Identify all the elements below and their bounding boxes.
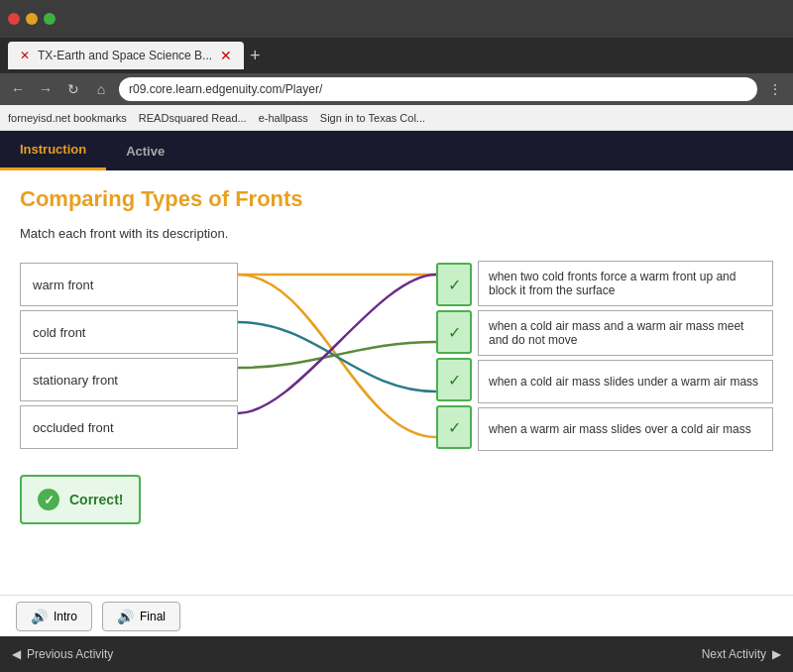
- tab-active[interactable]: Active: [106, 131, 184, 170]
- tab-bar: ✕ TX-Earth and Space Science B... ✕ +: [0, 38, 793, 73]
- address-bar: ← → ↻ ⌂ r09.core.learn.edgenuity.com/Pla…: [0, 73, 793, 105]
- bookmark-1[interactable]: forneyisd.net bookmarks: [8, 112, 127, 124]
- intro-btn[interactable]: 🔊 Intro: [16, 602, 92, 631]
- back-btn[interactable]: ←: [8, 81, 28, 97]
- final-speaker-icon: 🔊: [117, 609, 134, 624]
- left-item-warm-front[interactable]: warm front: [20, 263, 238, 306]
- tab-close-btn[interactable]: ✕: [220, 48, 232, 63]
- home-btn[interactable]: ⌂: [91, 81, 111, 97]
- left-item-stationary-front[interactable]: stationary front: [20, 358, 238, 401]
- check-2: ✓: [436, 310, 472, 354]
- check-col: ✓ ✓ ✓ ✓: [436, 263, 472, 449]
- final-btn[interactable]: 🔊 Final: [102, 602, 180, 631]
- url-text: r09.core.learn.edgenuity.com/Player/: [129, 82, 322, 96]
- footer-nav: ◀ Previous Activity Next Activity ▶: [0, 636, 793, 672]
- instruction-text: Match each front with its description.: [20, 226, 773, 241]
- url-input[interactable]: r09.core.learn.edgenuity.com/Player/: [119, 77, 757, 101]
- check-3: ✓: [436, 358, 472, 401]
- left-items-list: warm front cold front stationary front o…: [20, 263, 238, 449]
- connector-svg: [238, 253, 436, 459]
- prev-activity-btn[interactable]: ◀ Previous Activity: [12, 647, 113, 661]
- menu-btn[interactable]: ⋮: [765, 81, 785, 97]
- bookmark-4[interactable]: Sign in to Texas Col...: [320, 112, 425, 124]
- left-item-cold-front[interactable]: cold front: [20, 310, 238, 354]
- left-item-occluded-front[interactable]: occluded front: [20, 405, 238, 449]
- browser-tab[interactable]: ✕ TX-Earth and Space Science B... ✕: [8, 42, 244, 69]
- connector-area: [238, 253, 436, 459]
- right-item-2[interactable]: when a cold air mass and a warm air mass…: [478, 310, 773, 356]
- correct-feedback: ✓ Correct!: [20, 475, 141, 524]
- bookmark-3[interactable]: e-hallpass: [259, 112, 308, 124]
- right-item-3[interactable]: when a cold air mass slides under a warm…: [478, 360, 773, 403]
- check-1: ✓: [436, 263, 472, 306]
- right-items-list: when two cold fronts force a warm front …: [478, 261, 773, 451]
- matching-exercise: warm front cold front stationary front o…: [20, 253, 773, 459]
- page-title: Comparing Types of Fronts: [20, 186, 773, 212]
- correct-icon: ✓: [38, 489, 59, 510]
- tab-instruction[interactable]: Instruction: [0, 131, 106, 170]
- refresh-btn[interactable]: ↻: [63, 81, 83, 97]
- check-4: ✓: [436, 405, 472, 449]
- bookmarks-bar: forneyisd.net bookmarks READsquared Read…: [0, 105, 793, 131]
- lesson-tab-nav: Instruction Active: [0, 131, 793, 170]
- right-item-1[interactable]: when two cold fronts force a warm front …: [478, 261, 773, 306]
- forward-btn[interactable]: →: [36, 81, 56, 97]
- next-activity-btn[interactable]: Next Activity ▶: [702, 647, 781, 661]
- correct-label: Correct!: [69, 492, 123, 507]
- next-arrow-icon: ▶: [772, 647, 781, 661]
- bookmark-2[interactable]: READsquared Read...: [139, 112, 247, 124]
- intro-speaker-icon: 🔊: [31, 609, 48, 624]
- main-content: Comparing Types of Fronts Match each fro…: [0, 170, 793, 595]
- prev-arrow-icon: ◀: [12, 647, 21, 661]
- bottom-toolbar: 🔊 Intro 🔊 Final: [0, 595, 793, 636]
- browser-chrome: [0, 0, 793, 38]
- tab-title: TX-Earth and Space Science B...: [38, 49, 212, 62]
- new-tab-btn[interactable]: +: [250, 46, 261, 66]
- right-item-4[interactable]: when a warm air mass slides over a cold …: [478, 407, 773, 451]
